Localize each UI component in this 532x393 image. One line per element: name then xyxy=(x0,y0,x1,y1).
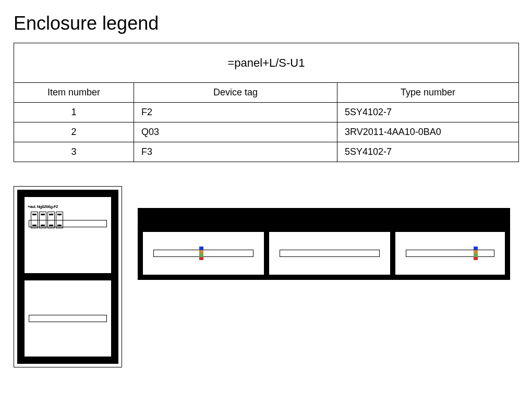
detail-strip xyxy=(138,208,510,280)
page-title: Enclosure legend xyxy=(14,13,518,34)
component-icon xyxy=(474,247,478,260)
enclosure-device-labels: +aul. Ng0206g-F2 xyxy=(28,204,58,209)
col-header-item: Item number xyxy=(14,83,134,103)
table-row: 2 Q03 3RV2011-4AA10-0BA0 xyxy=(14,122,519,142)
detail-panel xyxy=(143,232,264,275)
mounting-rail xyxy=(29,220,107,227)
cell-item: 3 xyxy=(14,142,134,162)
mounting-rail xyxy=(153,250,253,257)
detail-panel xyxy=(269,232,390,275)
table-row: 1 F2 5SY4102-7 xyxy=(14,103,519,122)
col-header-tag: Device tag xyxy=(134,83,337,103)
cell-tag: Q03 xyxy=(134,122,337,142)
mounting-rail xyxy=(406,250,494,257)
table-banner: =panel+L/S-U1 xyxy=(14,43,519,83)
drawings-row: +aul. Ng0206g-F2 xyxy=(14,186,518,367)
enclosure-frame: +aul. Ng0206g-F2 xyxy=(17,190,118,364)
component-icon xyxy=(199,247,203,260)
cell-type: 5SY4102-7 xyxy=(337,142,519,162)
table-row: 3 F3 5SY4102-7 xyxy=(14,142,519,162)
enclosure-lower xyxy=(25,280,111,357)
cell-tag: F3 xyxy=(134,142,337,162)
col-header-type: Type number xyxy=(337,83,519,103)
cell-tag: F2 xyxy=(134,103,337,122)
cell-type: 3RV2011-4AA10-0BA0 xyxy=(337,122,519,142)
mounting-rail xyxy=(29,315,107,322)
legend-table: =panel+L/S-U1 Item number Device tag Typ… xyxy=(14,43,519,162)
detail-panel xyxy=(395,232,505,275)
cell-type: 5SY4102-7 xyxy=(337,103,519,122)
cell-item: 1 xyxy=(14,103,134,122)
mounting-rail xyxy=(280,250,380,257)
cell-item: 2 xyxy=(14,122,134,142)
enclosure-upper: +aul. Ng0206g-F2 xyxy=(25,197,111,273)
enclosure-thumbnail: +aul. Ng0206g-F2 xyxy=(14,186,122,367)
